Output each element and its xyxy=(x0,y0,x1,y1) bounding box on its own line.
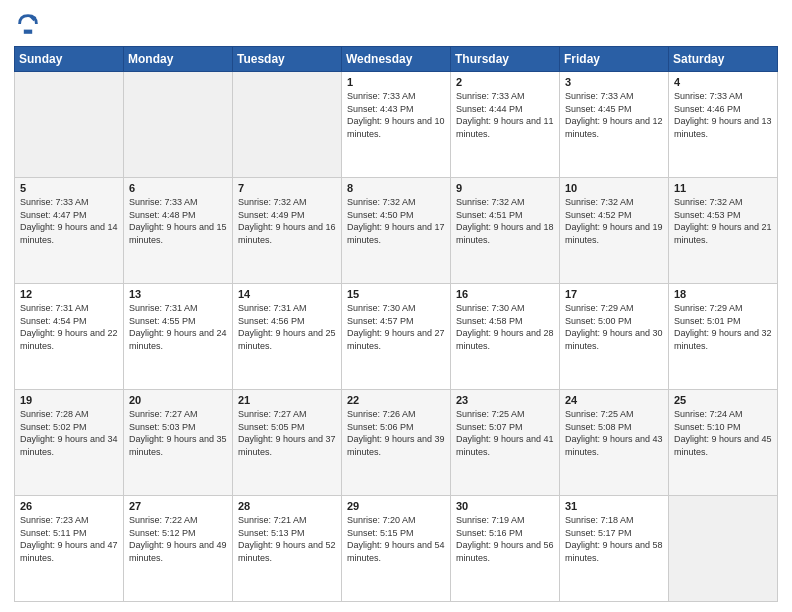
calendar-cell: 16Sunrise: 7:30 AMSunset: 4:58 PMDayligh… xyxy=(451,284,560,390)
day-info: Sunrise: 7:24 AMSunset: 5:10 PMDaylight:… xyxy=(674,408,772,458)
day-info: Sunrise: 7:21 AMSunset: 5:13 PMDaylight:… xyxy=(238,514,336,564)
calendar-cell: 24Sunrise: 7:25 AMSunset: 5:08 PMDayligh… xyxy=(560,390,669,496)
day-info: Sunrise: 7:25 AMSunset: 5:07 PMDaylight:… xyxy=(456,408,554,458)
day-info: Sunrise: 7:27 AMSunset: 5:05 PMDaylight:… xyxy=(238,408,336,458)
day-number: 30 xyxy=(456,500,554,512)
day-info: Sunrise: 7:31 AMSunset: 4:56 PMDaylight:… xyxy=(238,302,336,352)
weekday-header-wednesday: Wednesday xyxy=(342,47,451,72)
calendar-cell: 10Sunrise: 7:32 AMSunset: 4:52 PMDayligh… xyxy=(560,178,669,284)
day-number: 8 xyxy=(347,182,445,194)
day-number: 9 xyxy=(456,182,554,194)
calendar-cell: 9Sunrise: 7:32 AMSunset: 4:51 PMDaylight… xyxy=(451,178,560,284)
day-number: 23 xyxy=(456,394,554,406)
day-number: 4 xyxy=(674,76,772,88)
calendar-cell: 20Sunrise: 7:27 AMSunset: 5:03 PMDayligh… xyxy=(124,390,233,496)
day-number: 24 xyxy=(565,394,663,406)
calendar-cell: 22Sunrise: 7:26 AMSunset: 5:06 PMDayligh… xyxy=(342,390,451,496)
day-number: 28 xyxy=(238,500,336,512)
calendar-cell: 31Sunrise: 7:18 AMSunset: 5:17 PMDayligh… xyxy=(560,496,669,602)
day-number: 11 xyxy=(674,182,772,194)
day-info: Sunrise: 7:25 AMSunset: 5:08 PMDaylight:… xyxy=(565,408,663,458)
day-number: 12 xyxy=(20,288,118,300)
day-info: Sunrise: 7:20 AMSunset: 5:15 PMDaylight:… xyxy=(347,514,445,564)
calendar-cell: 23Sunrise: 7:25 AMSunset: 5:07 PMDayligh… xyxy=(451,390,560,496)
calendar-cell: 1Sunrise: 7:33 AMSunset: 4:43 PMDaylight… xyxy=(342,72,451,178)
day-info: Sunrise: 7:30 AMSunset: 4:58 PMDaylight:… xyxy=(456,302,554,352)
calendar-cell xyxy=(124,72,233,178)
day-number: 18 xyxy=(674,288,772,300)
calendar-cell: 5Sunrise: 7:33 AMSunset: 4:47 PMDaylight… xyxy=(15,178,124,284)
day-number: 14 xyxy=(238,288,336,300)
day-info: Sunrise: 7:33 AMSunset: 4:48 PMDaylight:… xyxy=(129,196,227,246)
calendar-cell xyxy=(233,72,342,178)
calendar-cell: 27Sunrise: 7:22 AMSunset: 5:12 PMDayligh… xyxy=(124,496,233,602)
day-number: 10 xyxy=(565,182,663,194)
day-info: Sunrise: 7:26 AMSunset: 5:06 PMDaylight:… xyxy=(347,408,445,458)
weekday-header-tuesday: Tuesday xyxy=(233,47,342,72)
calendar-cell: 21Sunrise: 7:27 AMSunset: 5:05 PMDayligh… xyxy=(233,390,342,496)
day-number: 29 xyxy=(347,500,445,512)
day-info: Sunrise: 7:18 AMSunset: 5:17 PMDaylight:… xyxy=(565,514,663,564)
calendar-cell: 12Sunrise: 7:31 AMSunset: 4:54 PMDayligh… xyxy=(15,284,124,390)
calendar-cell: 17Sunrise: 7:29 AMSunset: 5:00 PMDayligh… xyxy=(560,284,669,390)
logo-icon xyxy=(14,10,42,38)
day-info: Sunrise: 7:32 AMSunset: 4:50 PMDaylight:… xyxy=(347,196,445,246)
day-number: 15 xyxy=(347,288,445,300)
day-info: Sunrise: 7:33 AMSunset: 4:44 PMDaylight:… xyxy=(456,90,554,140)
day-info: Sunrise: 7:32 AMSunset: 4:53 PMDaylight:… xyxy=(674,196,772,246)
calendar-week-3: 12Sunrise: 7:31 AMSunset: 4:54 PMDayligh… xyxy=(15,284,778,390)
weekday-header-thursday: Thursday xyxy=(451,47,560,72)
calendar-week-5: 26Sunrise: 7:23 AMSunset: 5:11 PMDayligh… xyxy=(15,496,778,602)
day-number: 21 xyxy=(238,394,336,406)
day-info: Sunrise: 7:33 AMSunset: 4:47 PMDaylight:… xyxy=(20,196,118,246)
day-info: Sunrise: 7:33 AMSunset: 4:43 PMDaylight:… xyxy=(347,90,445,140)
calendar-week-2: 5Sunrise: 7:33 AMSunset: 4:47 PMDaylight… xyxy=(15,178,778,284)
calendar-cell: 26Sunrise: 7:23 AMSunset: 5:11 PMDayligh… xyxy=(15,496,124,602)
calendar-week-1: 1Sunrise: 7:33 AMSunset: 4:43 PMDaylight… xyxy=(15,72,778,178)
calendar-cell: 8Sunrise: 7:32 AMSunset: 4:50 PMDaylight… xyxy=(342,178,451,284)
day-number: 6 xyxy=(129,182,227,194)
weekday-header-saturday: Saturday xyxy=(669,47,778,72)
day-info: Sunrise: 7:33 AMSunset: 4:46 PMDaylight:… xyxy=(674,90,772,140)
calendar-cell xyxy=(15,72,124,178)
calendar-cell: 4Sunrise: 7:33 AMSunset: 4:46 PMDaylight… xyxy=(669,72,778,178)
day-number: 26 xyxy=(20,500,118,512)
day-number: 7 xyxy=(238,182,336,194)
calendar-cell xyxy=(669,496,778,602)
day-number: 27 xyxy=(129,500,227,512)
calendar-cell: 30Sunrise: 7:19 AMSunset: 5:16 PMDayligh… xyxy=(451,496,560,602)
day-number: 31 xyxy=(565,500,663,512)
day-info: Sunrise: 7:27 AMSunset: 5:03 PMDaylight:… xyxy=(129,408,227,458)
day-number: 3 xyxy=(565,76,663,88)
weekday-header-friday: Friday xyxy=(560,47,669,72)
calendar-table: SundayMondayTuesdayWednesdayThursdayFrid… xyxy=(14,46,778,602)
calendar-cell: 3Sunrise: 7:33 AMSunset: 4:45 PMDaylight… xyxy=(560,72,669,178)
day-info: Sunrise: 7:29 AMSunset: 5:01 PMDaylight:… xyxy=(674,302,772,352)
calendar-cell: 11Sunrise: 7:32 AMSunset: 4:53 PMDayligh… xyxy=(669,178,778,284)
day-info: Sunrise: 7:32 AMSunset: 4:52 PMDaylight:… xyxy=(565,196,663,246)
day-number: 19 xyxy=(20,394,118,406)
day-number: 16 xyxy=(456,288,554,300)
calendar-cell: 7Sunrise: 7:32 AMSunset: 4:49 PMDaylight… xyxy=(233,178,342,284)
day-info: Sunrise: 7:28 AMSunset: 5:02 PMDaylight:… xyxy=(20,408,118,458)
logo xyxy=(14,10,44,38)
day-number: 1 xyxy=(347,76,445,88)
calendar-cell: 29Sunrise: 7:20 AMSunset: 5:15 PMDayligh… xyxy=(342,496,451,602)
day-info: Sunrise: 7:31 AMSunset: 4:54 PMDaylight:… xyxy=(20,302,118,352)
calendar-week-4: 19Sunrise: 7:28 AMSunset: 5:02 PMDayligh… xyxy=(15,390,778,496)
day-info: Sunrise: 7:33 AMSunset: 4:45 PMDaylight:… xyxy=(565,90,663,140)
day-number: 5 xyxy=(20,182,118,194)
page: SundayMondayTuesdayWednesdayThursdayFrid… xyxy=(0,0,792,612)
day-info: Sunrise: 7:31 AMSunset: 4:55 PMDaylight:… xyxy=(129,302,227,352)
calendar-cell: 2Sunrise: 7:33 AMSunset: 4:44 PMDaylight… xyxy=(451,72,560,178)
day-info: Sunrise: 7:22 AMSunset: 5:12 PMDaylight:… xyxy=(129,514,227,564)
day-number: 2 xyxy=(456,76,554,88)
weekday-header-sunday: Sunday xyxy=(15,47,124,72)
day-info: Sunrise: 7:30 AMSunset: 4:57 PMDaylight:… xyxy=(347,302,445,352)
day-info: Sunrise: 7:23 AMSunset: 5:11 PMDaylight:… xyxy=(20,514,118,564)
calendar-cell: 19Sunrise: 7:28 AMSunset: 5:02 PMDayligh… xyxy=(15,390,124,496)
calendar-cell: 14Sunrise: 7:31 AMSunset: 4:56 PMDayligh… xyxy=(233,284,342,390)
calendar-cell: 18Sunrise: 7:29 AMSunset: 5:01 PMDayligh… xyxy=(669,284,778,390)
day-info: Sunrise: 7:29 AMSunset: 5:00 PMDaylight:… xyxy=(565,302,663,352)
weekday-header-row: SundayMondayTuesdayWednesdayThursdayFrid… xyxy=(15,47,778,72)
